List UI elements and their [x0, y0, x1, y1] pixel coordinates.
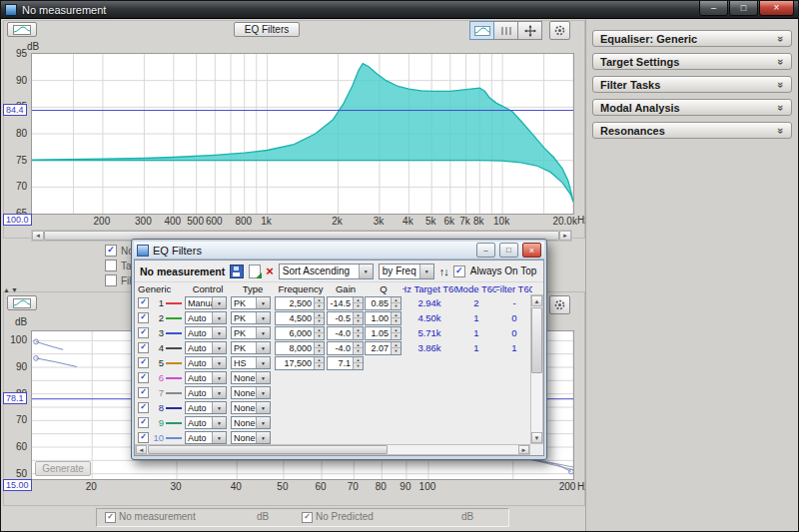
close-button[interactable] — [759, 0, 794, 16]
filter-type-select[interactable]: PK — [231, 296, 271, 309]
column-header[interactable]: Frequency — [275, 283, 327, 294]
pane-splitter-handle[interactable] — [3, 286, 19, 293]
combo-arrow-icon[interactable] — [212, 402, 226, 413]
column-header[interactable]: Hz Target T60 — [402, 283, 456, 294]
bottom-graph-settings-button[interactable] — [549, 295, 570, 314]
sort-now-icon[interactable] — [439, 266, 448, 277]
spin-down-icon[interactable] — [315, 347, 324, 354]
sidebar-item-modal-analysis[interactable]: Modal Analysis — [592, 99, 792, 116]
export-filters-icon[interactable] — [249, 265, 261, 278]
filter-gain-spinner[interactable]: -0.5 — [327, 311, 364, 325]
chevron-expand-icon[interactable] — [775, 104, 787, 110]
filter-type-select[interactable]: None — [231, 401, 271, 414]
combo-arrow-icon[interactable] — [212, 417, 226, 428]
frequency-response-plot[interactable] — [31, 53, 574, 215]
top-graph-settings-button[interactable] — [549, 21, 570, 40]
filter-q-spinner[interactable]: 0.85 — [365, 296, 401, 310]
filter-type-select[interactable]: PK — [231, 326, 271, 339]
scroll-thumb[interactable] — [531, 307, 542, 373]
combo-arrow-icon[interactable] — [359, 265, 373, 278]
combo-arrow-icon[interactable] — [256, 402, 270, 413]
combo-arrow-icon[interactable] — [256, 327, 270, 338]
filter-frequency-spinner[interactable]: 2,500 — [275, 296, 325, 310]
clear-filters-icon[interactable] — [266, 266, 274, 277]
filter-control-select[interactable]: Auto — [185, 431, 227, 444]
scroll-right-button[interactable] — [518, 445, 529, 454]
scroll-up-button[interactable] — [531, 295, 542, 306]
dialog-close-button[interactable] — [522, 243, 541, 258]
trace-checkbox[interactable] — [105, 274, 117, 286]
dialog-minimize-button[interactable] — [476, 243, 495, 258]
filter-enable-checkbox[interactable] — [138, 372, 149, 383]
filter-gain-spinner[interactable]: 7.1 — [327, 356, 364, 370]
generate-button[interactable]: Generate — [35, 461, 91, 476]
scroll-right-button[interactable] — [559, 231, 571, 241]
sort-by-select[interactable]: by Freq — [379, 264, 434, 279]
filter-control-select[interactable]: Auto — [185, 401, 227, 414]
sidebar-item-target-settings[interactable]: Target Settings — [592, 53, 792, 70]
column-header[interactable]: Type — [231, 283, 275, 294]
sidebar-item-equaliser[interactable]: Equaliser: Generic — [592, 30, 792, 47]
filter-control-select[interactable]: Auto — [185, 356, 227, 369]
dialog-vscrollbar[interactable] — [530, 294, 543, 444]
combo-arrow-icon[interactable] — [256, 372, 270, 383]
column-header[interactable]: Q — [365, 283, 402, 294]
filter-type-select[interactable]: HS — [231, 356, 271, 369]
chevron-expand-icon[interactable] — [775, 58, 787, 64]
filter-q-spinner[interactable]: 1.00 — [365, 311, 401, 325]
column-header[interactable]: Generic — [135, 283, 185, 294]
spin-down-icon[interactable] — [392, 332, 400, 339]
spin-down-icon[interactable] — [354, 362, 363, 369]
maximize-button[interactable] — [729, 0, 758, 16]
filter-control-select[interactable]: Auto — [185, 326, 227, 339]
save-filters-icon[interactable] — [230, 265, 244, 278]
spin-down-icon[interactable] — [315, 302, 324, 309]
filter-gain-spinner[interactable]: -4.0 — [327, 341, 364, 355]
combo-arrow-icon[interactable] — [212, 432, 226, 443]
graph-menu-button[interactable] — [7, 295, 37, 310]
always-on-top-checkbox[interactable] — [453, 266, 465, 277]
eq-filters-button[interactable]: EQ Filters — [234, 22, 300, 37]
filter-control-select[interactable]: Manual — [185, 296, 227, 309]
sidebar-item-filter-tasks[interactable]: Filter Tasks — [592, 76, 792, 93]
scroll-left-button[interactable] — [32, 231, 44, 241]
spin-down-icon[interactable] — [392, 302, 400, 309]
spin-down-icon[interactable] — [354, 332, 363, 339]
column-header[interactable]: Filter T60 — [496, 283, 532, 294]
trace-checkbox[interactable] — [105, 245, 117, 257]
combo-arrow-icon[interactable] — [256, 432, 270, 443]
combo-arrow-icon[interactable] — [212, 312, 226, 323]
scroll-left-button[interactable] — [136, 445, 147, 454]
dialog-titlebar[interactable]: EQ Filters — [134, 242, 544, 260]
filter-type-select[interactable]: None — [231, 371, 271, 384]
column-header[interactable]: Control — [185, 283, 231, 294]
filter-enable-checkbox[interactable] — [138, 297, 149, 308]
predicted-checkbox[interactable] — [302, 512, 313, 523]
filter-enable-checkbox[interactable] — [138, 417, 149, 428]
chevron-expand-icon[interactable] — [775, 127, 787, 133]
filter-enable-checkbox[interactable] — [138, 357, 149, 368]
combo-arrow-icon[interactable] — [212, 342, 226, 353]
combo-arrow-icon[interactable] — [256, 357, 270, 368]
minimize-button[interactable] — [699, 0, 728, 16]
filter-frequency-spinner[interactable]: 17,500 — [275, 356, 325, 370]
filter-enable-checkbox[interactable] — [138, 327, 149, 338]
trace-checkbox[interactable] — [105, 260, 117, 271]
filter-control-select[interactable]: Auto — [185, 386, 227, 399]
combo-arrow-icon[interactable] — [212, 327, 226, 338]
filter-enable-checkbox[interactable] — [138, 387, 149, 398]
filter-control-select[interactable]: Auto — [185, 371, 227, 384]
filter-enable-checkbox[interactable] — [138, 342, 149, 353]
filter-type-select[interactable]: None — [231, 386, 271, 399]
filter-type-select[interactable]: PK — [231, 311, 271, 324]
combo-arrow-icon[interactable] — [256, 387, 270, 398]
filter-frequency-spinner[interactable]: 8,000 — [275, 341, 325, 355]
filter-control-select[interactable]: Auto — [185, 311, 227, 324]
column-header[interactable]: Gain — [327, 283, 365, 294]
chevron-expand-icon[interactable] — [775, 35, 787, 41]
spin-down-icon[interactable] — [315, 317, 324, 324]
dialog-hscrollbar[interactable] — [135, 444, 530, 455]
combo-arrow-icon[interactable] — [212, 297, 226, 308]
spin-down-icon[interactable] — [392, 347, 400, 354]
filter-gain-spinner[interactable]: -14.5 — [327, 296, 364, 310]
